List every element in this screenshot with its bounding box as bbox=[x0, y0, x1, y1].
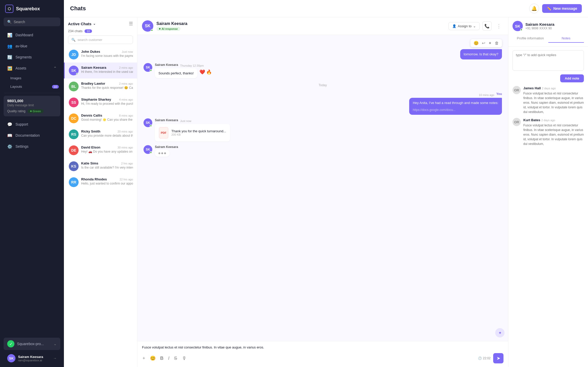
sidebar-item-documentation[interactable]: 📖 Documentation bbox=[2, 130, 62, 141]
note-date: 2 days ago bbox=[541, 119, 555, 122]
chevron-up-icon: ⌃ bbox=[53, 66, 57, 71]
support-icon: 💬 bbox=[7, 122, 12, 127]
chat-preview: I'm facing some issues with the payment … bbox=[81, 54, 133, 58]
assign-label: Assign to bbox=[458, 24, 472, 28]
chat-item[interactable]: KS Katie Sims 2 hrs ago Is the car still… bbox=[64, 158, 137, 174]
strikethrough-button[interactable]: S bbox=[174, 355, 178, 362]
chat-content: Stephanie Sharkey 4 mins ago Hi, I'm rea… bbox=[81, 98, 133, 106]
chat-item[interactable]: DC Dennis Callis 8 mins ago Good morning… bbox=[64, 110, 137, 126]
chat-item[interactable]: DE David Elson 30 mins ago Hey! 🚗 Do you… bbox=[64, 142, 137, 158]
chat-time: 2 mins ago bbox=[119, 66, 133, 69]
audio-button[interactable]: 🎙 bbox=[181, 355, 187, 362]
typing-dot bbox=[158, 152, 160, 154]
tab-notes[interactable]: Notes bbox=[548, 34, 584, 43]
chat-name: Bradley Lawlor bbox=[81, 82, 105, 85]
avatar: SK bbox=[144, 145, 152, 154]
chat-item[interactable]: RS Ricky Smith 20 mins ago Can you provi… bbox=[64, 126, 137, 142]
avatar: RR bbox=[69, 177, 79, 187]
layouts-label: Layouts bbox=[10, 85, 22, 89]
filter-icon[interactable]: ☰ bbox=[129, 21, 133, 27]
message-time: 10 mins ago bbox=[479, 93, 494, 97]
chat-contact-avatar: SK bbox=[142, 20, 153, 32]
rp-tabs: Profile information Notes bbox=[513, 34, 584, 43]
chat-name-row: Sairam Keesara 2 mins ago bbox=[81, 66, 133, 69]
current-user[interactable]: SK Sairam Keesara ram@squarebox.ai → bbox=[4, 352, 60, 364]
logo-text: Squarebox bbox=[16, 6, 40, 12]
active-chats-title: Active Chats ⌄ bbox=[68, 22, 96, 26]
note-text: Fusce volutpat lectus et nisl consectetu… bbox=[523, 123, 584, 146]
online-indicator bbox=[150, 69, 152, 72]
settings-icon: ⚙️ bbox=[7, 144, 12, 149]
chat-preview-text: Hi there, I'm interested in the used car… bbox=[81, 70, 133, 74]
chat-name-row: John Dukes Just now bbox=[81, 50, 133, 54]
message-sender: Sairam Keesara bbox=[155, 118, 178, 122]
note-author-name: Kurt Bates bbox=[523, 118, 540, 122]
chevron-down-icon: ⌄ bbox=[93, 22, 96, 25]
italic-button[interactable]: I bbox=[168, 355, 170, 362]
chat-name: Sairam Keesara bbox=[81, 66, 106, 69]
sidebar-item-customers[interactable]: 👥 av-blue bbox=[2, 41, 62, 51]
forward-button[interactable]: ✦ bbox=[488, 40, 492, 46]
chat-item[interactable]: SK Sairam Keesara 2 mins ago Hi there, I… bbox=[64, 63, 137, 78]
sidebar-item-support[interactable]: 💬 Support bbox=[2, 119, 62, 130]
assign-to-button[interactable]: 👤 Assign to ⌄ bbox=[448, 22, 480, 30]
ai-assist-button[interactable]: ✦ bbox=[495, 328, 505, 337]
sidebar-nav: 📊 Dashboard 👥 av-blue 🔄 Segments 🖼️ Asse… bbox=[0, 29, 64, 335]
emoji-button[interactable]: 😊 bbox=[149, 355, 156, 362]
message-bubble: Hey Anita, I've had a read through and m… bbox=[409, 98, 502, 115]
message-text: tomorrow. Is that okay? bbox=[464, 52, 498, 56]
message-limit-label: Daily message limit bbox=[7, 103, 57, 107]
sidebar-item-segments[interactable]: 🔄 Segments bbox=[2, 52, 62, 63]
more-options-button[interactable]: ⋮ bbox=[494, 21, 503, 31]
message-col: Sairam Keesara Thursday 12:30pm Sounds p… bbox=[155, 63, 212, 78]
sidebar-search[interactable]: 🔍 Search bbox=[4, 18, 60, 26]
sidebar-item-dashboard[interactable]: 📊 Dashboard bbox=[2, 30, 62, 40]
file-size: 200 KB bbox=[171, 133, 226, 136]
call-button[interactable]: 📞 bbox=[482, 21, 492, 31]
attach-button[interactable]: + bbox=[142, 355, 146, 362]
send-button[interactable]: ➤ bbox=[493, 353, 503, 363]
chat-item[interactable]: BL Bradley Lawlor 2 mins ago Thanks for … bbox=[64, 78, 137, 94]
chat-item[interactable]: JD John Dukes Just now I'm facing some i… bbox=[64, 47, 137, 63]
sidebar-item-assets[interactable]: 🖼️ Assets ⌃ bbox=[2, 63, 62, 74]
chat-item[interactable]: RR Rhonda Rhodes 22 hrs ago Hello, just … bbox=[64, 174, 137, 190]
notes-input[interactable] bbox=[513, 50, 584, 71]
chat-preview-text: Thanks for the quick response! 😊 Can you… bbox=[81, 86, 133, 90]
contact-avatar: SK bbox=[513, 21, 523, 31]
sidebar-item-settings[interactable]: ⚙️ Settings bbox=[2, 141, 62, 152]
sidebar-item-label: Support bbox=[15, 122, 28, 126]
chat-item[interactable]: SS Stephanie Sharkey 4 mins ago Hi, I'm … bbox=[64, 94, 137, 110]
delete-button[interactable]: 🗑 bbox=[494, 40, 499, 46]
tab-profile-information[interactable]: Profile information bbox=[513, 34, 548, 43]
message-limit-value: 980/1,000 bbox=[7, 99, 57, 103]
reply-button[interactable]: ↩ bbox=[481, 40, 486, 46]
bold-button[interactable]: B bbox=[160, 355, 164, 362]
new-message-label: New message bbox=[553, 6, 577, 11]
add-note-button[interactable]: Add note bbox=[560, 74, 584, 82]
whatsapp-account[interactable]: ✓ Squarebox-pro... ⌄ bbox=[4, 338, 60, 350]
message-row: 😊 ↩ ✦ 🗑 tomorrow. Is that okay? bbox=[144, 39, 502, 59]
note-author-name: James Hall bbox=[523, 86, 541, 90]
notification-button[interactable]: 🔔 bbox=[529, 4, 539, 13]
chat-header-info: Sairam Keesara AI response bbox=[156, 21, 187, 31]
contact-info: Sairam Keesara +91 9898 XXXX 90 bbox=[525, 22, 555, 30]
sidebar-item-label: av-blue bbox=[15, 44, 27, 48]
chat-name: David Elson bbox=[81, 145, 100, 149]
ai-badge-label: AI response bbox=[162, 27, 178, 30]
message-timer: 🕐 22:02 bbox=[478, 356, 491, 360]
new-message-button[interactable]: ✏️ New message bbox=[542, 4, 582, 13]
chat-name: Katie Sims bbox=[81, 161, 98, 165]
sidebar-item-layouts[interactable]: Layouts 10 bbox=[0, 82, 64, 91]
active-chats-label: Active Chats bbox=[68, 22, 91, 26]
sidebar-item-label: Dashboard bbox=[15, 33, 33, 37]
emoji-reaction-button[interactable]: 😊 bbox=[473, 40, 479, 46]
chat-preview: Can you provide more details about the v… bbox=[81, 134, 133, 137]
search-customer-input[interactable]: 🔍 search customer bbox=[68, 36, 133, 44]
chat-time: 2 hrs ago bbox=[121, 162, 133, 165]
sidebar-item-images[interactable]: Images bbox=[0, 74, 64, 82]
page-title: Chats bbox=[70, 5, 86, 12]
sidebar: ⬡ Squarebox 🔍 Search 📊 Dashboard 👥 av-bl… bbox=[0, 0, 64, 367]
quality-badge: Green bbox=[28, 109, 44, 113]
note-item: OR James Hall 2 days ago Fusce volutpat … bbox=[513, 86, 584, 114]
composer-text[interactable]: Fusce volutpat lectus et nisl consectetu… bbox=[142, 345, 503, 350]
